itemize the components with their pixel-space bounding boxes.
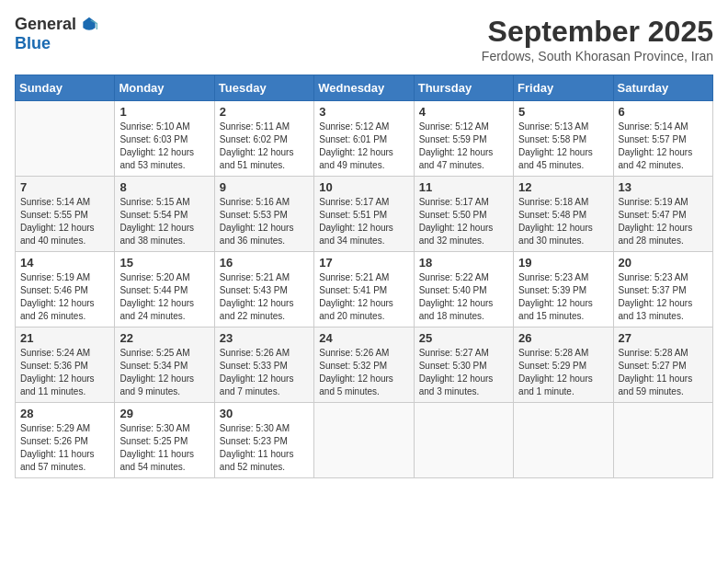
- day-number: 6: [619, 105, 708, 119]
- week-row-3: 14Sunrise: 5:19 AM Sunset: 5:46 PM Dayli…: [16, 252, 713, 327]
- day-number: 29: [119, 407, 209, 420]
- logo: General Blue: [15, 15, 98, 53]
- calendar-cell: 3Sunrise: 5:12 AM Sunset: 6:01 PM Daylig…: [314, 101, 414, 177]
- day-number: 24: [319, 331, 408, 345]
- calendar-cell: 13Sunrise: 5:19 AM Sunset: 5:47 PM Dayli…: [613, 177, 712, 252]
- calendar-cell: 5Sunrise: 5:13 AM Sunset: 5:58 PM Daylig…: [514, 101, 613, 177]
- day-info: Sunrise: 5:26 AM Sunset: 5:32 PM Dayligh…: [319, 347, 408, 398]
- day-info: Sunrise: 5:10 AM Sunset: 6:03 PM Dayligh…: [119, 121, 209, 172]
- calendar-cell: [613, 403, 712, 478]
- day-number: 11: [419, 180, 508, 194]
- day-info: Sunrise: 5:15 AM Sunset: 5:54 PM Dayligh…: [119, 196, 209, 247]
- calendar-cell: 24Sunrise: 5:26 AM Sunset: 5:32 PM Dayli…: [314, 327, 414, 403]
- day-number: 19: [518, 256, 608, 270]
- day-number: 28: [20, 407, 109, 420]
- weekday-header-friday: Friday: [514, 75, 613, 101]
- calendar-cell: 26Sunrise: 5:28 AM Sunset: 5:29 PM Dayli…: [514, 327, 613, 403]
- day-info: Sunrise: 5:29 AM Sunset: 5:26 PM Dayligh…: [20, 422, 109, 474]
- day-number: 12: [518, 180, 608, 194]
- day-info: Sunrise: 5:12 AM Sunset: 5:59 PM Dayligh…: [419, 121, 508, 172]
- weekday-header-saturday: Saturday: [613, 75, 712, 101]
- day-number: 21: [20, 331, 109, 345]
- day-number: 14: [20, 256, 109, 270]
- day-number: 8: [119, 180, 209, 194]
- weekday-header-thursday: Thursday: [414, 75, 513, 101]
- day-number: 5: [518, 105, 608, 119]
- month-title: September 2025: [482, 15, 713, 49]
- calendar-cell: 8Sunrise: 5:15 AM Sunset: 5:54 PM Daylig…: [115, 177, 214, 252]
- week-row-1: 1Sunrise: 5:10 AM Sunset: 6:03 PM Daylig…: [16, 101, 713, 177]
- day-number: 1: [119, 105, 209, 119]
- day-info: Sunrise: 5:19 AM Sunset: 5:46 PM Dayligh…: [20, 271, 109, 323]
- calendar-cell: 18Sunrise: 5:22 AM Sunset: 5:40 PM Dayli…: [414, 252, 513, 327]
- logo-icon: [80, 16, 98, 34]
- logo-general-text: General: [15, 15, 76, 34]
- calendar-cell: [514, 403, 613, 478]
- day-info: Sunrise: 5:16 AM Sunset: 5:53 PM Dayligh…: [220, 196, 309, 247]
- day-number: 9: [220, 180, 309, 194]
- day-number: 13: [619, 180, 708, 194]
- day-info: Sunrise: 5:28 AM Sunset: 5:29 PM Dayligh…: [518, 347, 608, 398]
- page-header: General Blue September 2025 Ferdows, Sou…: [15, 15, 713, 63]
- calendar-cell: [16, 101, 115, 177]
- day-info: Sunrise: 5:22 AM Sunset: 5:40 PM Dayligh…: [419, 271, 508, 323]
- day-number: 20: [619, 256, 708, 270]
- day-info: Sunrise: 5:28 AM Sunset: 5:27 PM Dayligh…: [619, 347, 708, 398]
- calendar-cell: 16Sunrise: 5:21 AM Sunset: 5:43 PM Dayli…: [214, 252, 313, 327]
- calendar-cell: 25Sunrise: 5:27 AM Sunset: 5:30 PM Dayli…: [414, 327, 513, 403]
- day-number: 23: [220, 331, 309, 345]
- day-number: 7: [20, 180, 109, 194]
- calendar-cell: 10Sunrise: 5:17 AM Sunset: 5:51 PM Dayli…: [314, 177, 414, 252]
- day-info: Sunrise: 5:26 AM Sunset: 5:33 PM Dayligh…: [220, 347, 309, 398]
- calendar-cell: 6Sunrise: 5:14 AM Sunset: 5:57 PM Daylig…: [613, 101, 712, 177]
- calendar-cell: [414, 403, 513, 478]
- day-number: 25: [419, 331, 508, 345]
- day-info: Sunrise: 5:14 AM Sunset: 5:55 PM Dayligh…: [20, 196, 109, 247]
- day-number: 30: [220, 407, 309, 420]
- day-number: 16: [220, 256, 309, 270]
- day-info: Sunrise: 5:18 AM Sunset: 5:48 PM Dayligh…: [518, 196, 608, 247]
- day-info: Sunrise: 5:21 AM Sunset: 5:41 PM Dayligh…: [319, 271, 408, 323]
- day-info: Sunrise: 5:13 AM Sunset: 5:58 PM Dayligh…: [518, 121, 608, 172]
- location-subtitle: Ferdows, South Khorasan Province, Iran: [482, 49, 713, 63]
- calendar-cell: 14Sunrise: 5:19 AM Sunset: 5:46 PM Dayli…: [16, 252, 115, 327]
- calendar-cell: 1Sunrise: 5:10 AM Sunset: 6:03 PM Daylig…: [115, 101, 214, 177]
- logo-blue-text: Blue: [15, 34, 51, 53]
- calendar-cell: 15Sunrise: 5:20 AM Sunset: 5:44 PM Dayli…: [115, 252, 214, 327]
- day-number: 10: [319, 180, 408, 194]
- day-number: 15: [119, 256, 209, 270]
- calendar-cell: 30Sunrise: 5:30 AM Sunset: 5:23 PM Dayli…: [214, 403, 313, 478]
- day-info: Sunrise: 5:30 AM Sunset: 5:25 PM Dayligh…: [119, 422, 209, 474]
- calendar-cell: 28Sunrise: 5:29 AM Sunset: 5:26 PM Dayli…: [16, 403, 115, 478]
- day-info: Sunrise: 5:12 AM Sunset: 6:01 PM Dayligh…: [319, 121, 408, 172]
- week-row-5: 28Sunrise: 5:29 AM Sunset: 5:26 PM Dayli…: [16, 403, 713, 478]
- calendar-cell: 9Sunrise: 5:16 AM Sunset: 5:53 PM Daylig…: [214, 177, 313, 252]
- day-info: Sunrise: 5:14 AM Sunset: 5:57 PM Dayligh…: [619, 121, 708, 172]
- day-info: Sunrise: 5:23 AM Sunset: 5:37 PM Dayligh…: [619, 271, 708, 323]
- calendar-cell: [314, 403, 414, 478]
- day-number: 2: [220, 105, 309, 119]
- weekday-header-sunday: Sunday: [16, 75, 115, 101]
- title-section: September 2025 Ferdows, South Khorasan P…: [482, 15, 713, 63]
- weekday-header-wednesday: Wednesday: [314, 75, 414, 101]
- day-number: 22: [119, 331, 209, 345]
- calendar-table: SundayMondayTuesdayWednesdayThursdayFrid…: [15, 75, 713, 478]
- day-info: Sunrise: 5:24 AM Sunset: 5:36 PM Dayligh…: [20, 347, 109, 398]
- day-number: 17: [319, 256, 408, 270]
- day-info: Sunrise: 5:19 AM Sunset: 5:47 PM Dayligh…: [619, 196, 708, 247]
- weekday-header-monday: Monday: [115, 75, 214, 101]
- day-number: 4: [419, 105, 508, 119]
- calendar-cell: 22Sunrise: 5:25 AM Sunset: 5:34 PM Dayli…: [115, 327, 214, 403]
- calendar-cell: 2Sunrise: 5:11 AM Sunset: 6:02 PM Daylig…: [214, 101, 313, 177]
- calendar-cell: 21Sunrise: 5:24 AM Sunset: 5:36 PM Dayli…: [16, 327, 115, 403]
- day-info: Sunrise: 5:27 AM Sunset: 5:30 PM Dayligh…: [419, 347, 508, 398]
- day-info: Sunrise: 5:30 AM Sunset: 5:23 PM Dayligh…: [220, 422, 309, 474]
- calendar-cell: 4Sunrise: 5:12 AM Sunset: 5:59 PM Daylig…: [414, 101, 513, 177]
- calendar-cell: 20Sunrise: 5:23 AM Sunset: 5:37 PM Dayli…: [613, 252, 712, 327]
- calendar-cell: 29Sunrise: 5:30 AM Sunset: 5:25 PM Dayli…: [115, 403, 214, 478]
- day-info: Sunrise: 5:11 AM Sunset: 6:02 PM Dayligh…: [220, 121, 309, 172]
- calendar-cell: 17Sunrise: 5:21 AM Sunset: 5:41 PM Dayli…: [314, 252, 414, 327]
- day-info: Sunrise: 5:17 AM Sunset: 5:50 PM Dayligh…: [419, 196, 508, 247]
- day-info: Sunrise: 5:20 AM Sunset: 5:44 PM Dayligh…: [119, 271, 209, 323]
- day-number: 3: [319, 105, 408, 119]
